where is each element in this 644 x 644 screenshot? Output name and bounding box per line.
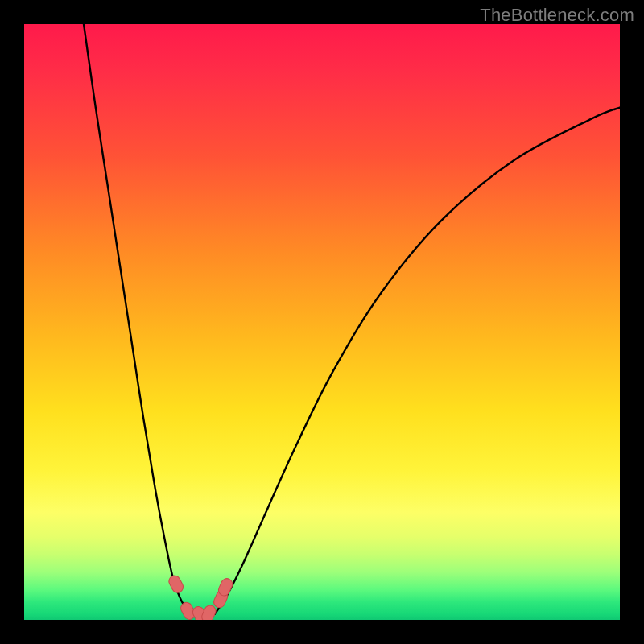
curve-layer: [24, 24, 620, 620]
curve-group: [84, 24, 620, 617]
series-left-branch: [84, 24, 191, 614]
watermark-text: TheBottleneck.com: [480, 5, 634, 26]
series-right-branch: [215, 108, 620, 614]
plot-area: [24, 24, 620, 620]
data-marker: [167, 574, 185, 595]
chart-frame: TheBottleneck.com: [0, 0, 644, 644]
marker-group: [167, 574, 234, 620]
